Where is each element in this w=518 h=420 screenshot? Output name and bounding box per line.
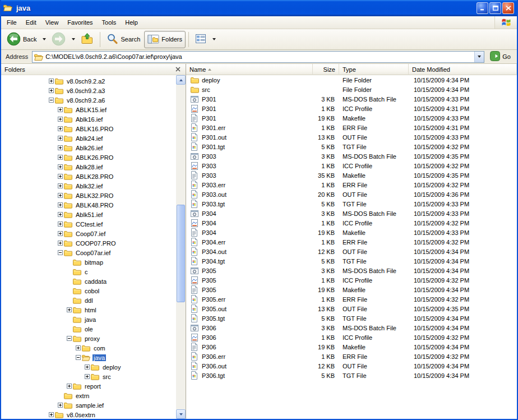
file-row[interactable]: P305.tgt5 KBTGT File10/15/2009 4:34 PM [186,313,517,323]
menu-item-tools[interactable]: Tools [98,16,121,29]
file-row[interactable]: P3041 KBICC Profile10/15/2009 4:32 PM [186,218,517,228]
search-button[interactable]: Search [103,31,144,48]
file-name-cell[interactable]: P303.tgt [186,200,313,208]
scroll-down-button[interactable] [176,409,186,419]
collapse-icon[interactable] [57,250,63,255]
expand-icon[interactable] [57,193,63,198]
file-name-cell[interactable]: P303 [186,162,313,170]
tree-item-ole[interactable]: ole [1,324,176,334]
file-row[interactable]: P30619 KBMakefile10/15/2009 4:34 PM [186,342,517,352]
close-panel-icon[interactable] [173,65,182,73]
expand-icon[interactable] [57,155,63,160]
file-name-cell[interactable]: P306 [186,343,313,351]
file-row[interactable]: deployFile Folder10/15/2009 4:34 PM [186,75,517,85]
tree-item-proxy[interactable]: proxy [1,334,176,343]
file-row[interactable]: P303.tgt5 KBTGT File10/15/2009 4:33 PM [186,199,517,209]
file-name-cell[interactable]: P301 [186,95,313,103]
scrollbar-thumb[interactable] [177,205,185,302]
file-row[interactable]: P301.tgt5 KBTGT File10/15/2009 4:32 PM [186,142,517,151]
forward-button[interactable] [48,31,69,48]
scroll-up-button[interactable] [176,75,186,85]
back-dropdown-button[interactable] [40,31,48,48]
tree-item-caddata[interactable]: caddata [1,276,176,286]
file-name-cell[interactable]: P301.tgt [186,142,313,151]
tree-item-ablk32.ief[interactable]: Ablk32.ief [1,181,176,191]
file-row[interactable]: P306.tgt5 KBTGT File10/15/2009 4:34 PM [186,371,517,380]
address-input[interactable] [45,52,474,62]
file-row[interactable]: P3043 KBMS-DOS Batch File10/15/2009 4:33… [186,209,517,218]
file-name-cell[interactable]: P306.err [186,352,313,361]
file-row[interactable]: P301.out13 KBOUT File10/15/2009 4:33 PM [186,132,517,142]
file-name-cell[interactable]: P305 [186,285,313,294]
file-row[interactable]: P3063 KBMS-DOS Batch File10/15/2009 4:34… [186,323,517,333]
tree-item-ablk15.ief[interactable]: ABLK15.ief [1,105,176,114]
up-button[interactable] [77,31,97,48]
expand-icon[interactable] [48,88,54,93]
tree-item-deploy[interactable]: deploy [1,362,176,372]
menu-item-favorites[interactable]: Favorites [63,16,97,29]
file-row[interactable]: P303.err1 KBERR File10/15/2009 4:32 PM [186,180,517,190]
file-name-cell[interactable]: P301 [186,114,313,122]
file-name-cell[interactable]: P303 [186,153,313,160]
tree-item-ablk32.pro[interactable]: ABLK32.PRO [1,191,176,200]
file-name-cell[interactable]: P301.err [186,123,313,132]
tree-item-ablk26.ief[interactable]: Ablk26.ief [1,143,176,153]
tree-item-sample.ief[interactable]: sample.ief [1,400,176,410]
file-row[interactable]: P30419 KBMakefile10/15/2009 4:33 PM [186,228,517,237]
collapse-icon[interactable] [66,336,72,341]
file-name-cell[interactable]: P301 [186,105,313,113]
file-name-cell[interactable]: P304.err [186,238,313,246]
file-row[interactable]: P3013 KBMS-DOS Batch File10/15/2009 4:33… [186,94,517,104]
expand-icon[interactable] [57,164,63,169]
file-row[interactable]: P3011 KBICC Profile10/15/2009 4:31 PM [186,104,517,113]
tree-item-ablk16.ief[interactable]: Ablk16.ief [1,114,176,124]
tree-item-com[interactable]: com [1,343,176,353]
tree-item-extrn[interactable]: extrn [1,391,176,400]
scrollbar-track[interactable] [176,85,186,409]
close-button[interactable] [502,2,514,14]
tree-item-report[interactable]: report [1,381,176,391]
column-header-date-modified[interactable]: Date Modified [409,64,517,75]
tree-item-v8.0sch9.2.a3[interactable]: v8.0sch9.2.a3 [1,86,176,95]
file-row[interactable]: P3051 KBICC Profile10/15/2009 4:32 PM [186,275,517,285]
expand-icon[interactable] [57,145,63,150]
file-name-cell[interactable]: P304 [186,210,313,218]
file-row[interactable]: P30119 KBMakefile10/15/2009 4:33 PM [186,113,517,123]
expand-icon[interactable] [75,345,81,350]
file-row[interactable]: srcFile Folder10/15/2009 4:34 PM [186,85,517,94]
expand-icon[interactable] [57,183,63,188]
file-row[interactable]: P30335 KBMakefile10/15/2009 4:35 PM [186,170,517,180]
menu-item-file[interactable]: File [2,16,21,29]
tree-item-cctest.ief[interactable]: CCtest.ief [1,219,176,229]
file-row[interactable]: P303.out20 KBOUT File10/15/2009 4:36 PM [186,190,517,199]
tree-item-ablk28.ief[interactable]: Ablk28.ief [1,162,176,172]
expand-icon[interactable] [66,384,72,389]
expand-icon[interactable] [57,212,63,217]
tree-item-ddl[interactable]: ddl [1,296,176,305]
tree-item-v8.0sch9.2.a6[interactable]: v8.0sch9.2.a6 [1,95,176,105]
tree-item-v8.0sextrn[interactable]: v8.0sextrn [1,410,176,419]
expand-icon[interactable] [57,241,63,246]
views-button[interactable] [192,31,210,48]
expand-icon[interactable] [57,403,63,408]
expand-icon[interactable] [57,136,63,141]
file-name-cell[interactable]: deploy [186,76,313,84]
tree-item-cobol[interactable]: cobol [1,286,176,296]
expand-icon[interactable] [84,364,90,370]
file-name-cell[interactable]: P303.err [186,181,313,189]
expand-icon[interactable] [57,117,63,122]
tree-item-ablk48.pro[interactable]: ABLK48.PRO [1,200,176,210]
file-name-cell[interactable]: P304 [186,228,313,237]
file-name-cell[interactable]: P304.tgt [186,257,313,265]
file-name-cell[interactable]: P305 [186,276,313,284]
expand-icon[interactable] [66,307,72,312]
expand-icon[interactable] [48,412,54,417]
expand-icon[interactable] [57,126,63,131]
tree-item-coop07ar.ief[interactable]: Coop07ar.ief [1,248,176,257]
expand-icon[interactable] [57,231,63,236]
collapse-icon[interactable] [75,355,81,360]
tree-item-ablk24.ief[interactable]: Ablk24.ief [1,133,176,143]
tree-item-ablk16.pro[interactable]: ABLK16.PRO [1,124,176,133]
views-dropdown-button[interactable] [210,31,218,48]
menu-item-view[interactable]: View [41,16,63,29]
